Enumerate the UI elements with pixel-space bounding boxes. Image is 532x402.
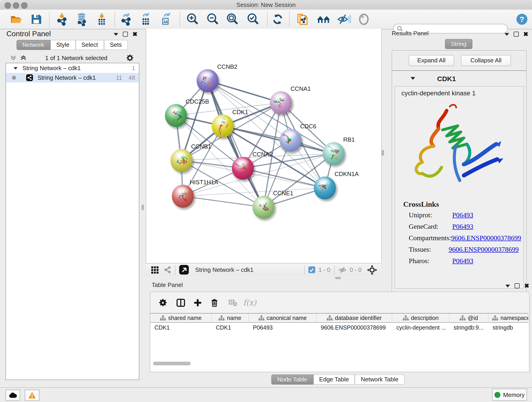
results-panel-collapse-icon[interactable] [505,33,509,36]
export-image-button[interactable] [158,12,174,27]
right-splitter-handle[interactable] [382,150,384,156]
memory-button[interactable]: Memory [492,389,527,401]
table-cell[interactable]: cyclin-dependent ... [392,323,450,332]
tab-network[interactable]: Network [17,40,50,50]
results-panel-float-icon[interactable] [514,32,519,37]
column-header-name[interactable]: name [212,313,249,323]
zoom-selected-button[interactable] [245,12,261,27]
network-node-CDK1[interactable] [212,115,234,138]
delete-table-button[interactable] [226,296,240,309]
save-session-button[interactable] [28,12,44,27]
export-network-button[interactable] [118,12,134,27]
network-node-CDKN1A[interactable] [314,177,336,199]
bottom-splitter-handle[interactable] [335,277,341,279]
grid-view-icon[interactable] [151,266,159,274]
network-node-HIST1H1A[interactable] [172,185,194,208]
network-node-CCNE1[interactable] [253,196,274,219]
collapse-all-icon[interactable] [10,55,17,61]
hide-unhide-button[interactable] [336,12,351,27]
refresh-button[interactable] [270,12,285,27]
import-network-from-database-button[interactable] [74,12,89,27]
control-panel-close-icon[interactable]: ✖ [133,32,138,36]
table-cell[interactable]: 9606.ENSP00000378699 [317,323,392,332]
node-table[interactable]: shared namenamecanonical namedatabase id… [150,313,528,372]
network-canvas[interactable]: CCNB2CCNA1CDC25BCDK1CDC6RB1CCNB1CCNA2CDK… [146,29,382,263]
column-header-namespace[interactable]: namespace [488,313,528,323]
collapse-all-button[interactable]: Collapse All [461,55,511,66]
show-columns-button[interactable] [174,296,187,309]
string-home-button[interactable] [316,12,331,27]
pan-crosshair-icon[interactable] [367,265,377,275]
string-import-button[interactable] [295,12,311,27]
table-cell[interactable]: stringdb:9... [450,323,488,332]
import-table-button[interactable] [94,12,109,27]
column-header--id[interactable]: @id [450,313,488,323]
column-header-shared-name[interactable]: shared name [150,313,212,323]
selected-nodes-checkbox[interactable] [308,266,315,273]
network-node-CCNB2[interactable] [196,69,219,92]
tab-network-table[interactable]: Network Table [355,375,404,385]
control-panel-collapse-icon[interactable] [114,33,118,36]
zoom-out-button[interactable] [205,12,220,27]
tab-string[interactable]: String [445,39,472,49]
window-title: Session: New Session [0,1,532,8]
network-row-selected[interactable]: String Network – cdk1 11 48 [6,73,139,83]
network-node-CDC6[interactable] [279,129,302,152]
network-node-CCNB1[interactable] [171,149,192,172]
export-table-button[interactable] [138,12,153,27]
table-cell[interactable]: CDK1 [212,323,249,332]
results-panel-close-icon[interactable]: ✖ [523,32,528,36]
table-cell[interactable]: stringdb [488,323,528,332]
zoom-in-button[interactable] [185,12,200,27]
tab-style[interactable]: Style [50,40,75,50]
gene-section-header[interactable]: CDK1 [392,71,526,86]
tab-edge-table[interactable]: Edge Table [313,375,355,385]
column-header-label: shared name [168,315,202,321]
tab-node-table[interactable]: Node Table [271,375,313,385]
table-horizontal-scrollbar[interactable] [153,362,191,365]
gene-collapse-icon[interactable] [411,77,415,80]
network-node-CCNA1[interactable] [270,91,292,114]
network-node-CCNA2[interactable] [232,157,254,180]
crosslink-link[interactable]: P06493 [452,223,473,230]
toolbar-separator [49,12,50,27]
table-settings-button[interactable] [156,296,170,309]
table-panel-close-icon[interactable]: ✖ [524,284,529,288]
crosslink-link[interactable]: P06493 [452,211,473,219]
collection-expand-icon[interactable] [14,67,18,69]
delete-column-button[interactable] [208,296,221,309]
network-collection-row[interactable]: String Network – cdk1 1 [6,63,139,73]
tab-select[interactable]: Select [75,40,104,50]
warnings-button[interactable] [25,390,39,401]
cloud-status-button[interactable] [6,390,20,401]
open-session-button[interactable] [8,12,24,27]
column-header-description[interactable]: description [392,313,450,323]
left-splitter-handle[interactable] [142,204,144,211]
toggle-graphics-button[interactable] [356,12,372,27]
column-header-canonical-name[interactable]: canonical name [249,313,317,323]
separator [334,265,335,274]
table-panel-collapse-icon[interactable] [505,284,510,287]
table-cell[interactable]: P06493 [249,323,317,332]
birdseye-view-icon[interactable] [179,265,189,274]
crosslink-link[interactable]: P06493 [452,257,473,265]
table-cell[interactable]: CDK1 [150,323,212,332]
table-panel-float-icon[interactable] [515,283,520,288]
hidden-eye-icon[interactable] [338,266,347,274]
function-builder-button[interactable]: f(x) [243,296,257,309]
crosslink-link[interactable]: 9606.ENSP00000378699 [451,234,521,242]
create-column-button[interactable] [191,296,204,309]
column-header-database-identifier[interactable]: database identifier [317,313,392,323]
network-node-RB1[interactable] [323,142,345,165]
control-panel-float-icon[interactable] [123,32,128,37]
zoom-fit-button[interactable] [225,12,240,27]
import-network-button[interactable] [54,12,70,27]
network-node-CDC25B[interactable] [165,104,187,127]
tab-sets[interactable]: Sets [104,40,128,50]
network-share-icon[interactable] [164,266,171,274]
help-button[interactable]: ? [514,12,530,27]
network-options-gear-icon[interactable] [126,54,134,62]
crosslink-link[interactable]: 9606.ENSP00000378699 [449,246,519,254]
expand-all-button[interactable]: Expand All [409,55,454,66]
expand-all-icon[interactable] [20,55,27,61]
